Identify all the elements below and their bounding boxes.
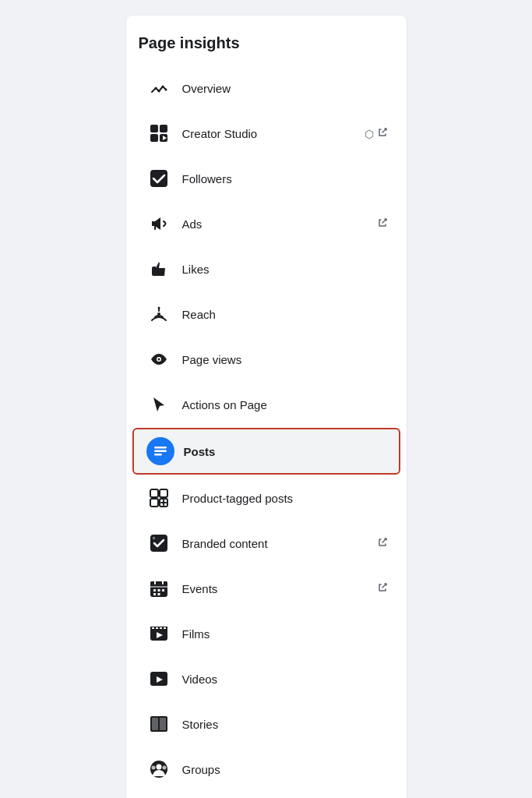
- sidebar-item-product-tagged-posts[interactable]: Product-tagged posts: [132, 476, 400, 520]
- groups-label: Groups: [182, 763, 388, 776]
- svg-rect-19: [150, 499, 158, 507]
- chart-line-icon: [145, 74, 173, 102]
- sidebar-item-groups[interactable]: Groups: [132, 747, 400, 791]
- video-grid-icon: [145, 119, 173, 147]
- thumbs-up-icon: [145, 255, 173, 283]
- posts-circle-icon: [146, 437, 174, 465]
- svg-rect-17: [150, 489, 158, 497]
- svg-rect-43: [152, 718, 158, 730]
- sidebar-item-people[interactable]: People: [132, 793, 400, 798]
- reach-label: Reach: [182, 308, 388, 321]
- ads-label: Ads: [182, 217, 377, 231]
- films-label: Films: [182, 627, 388, 641]
- svg-rect-5: [160, 125, 167, 132]
- product-tagged-posts-label: Product-tagged posts: [182, 492, 388, 505]
- page-insights-sidebar: Page insights Overview Creator Studio: [126, 16, 407, 798]
- videos-label: Videos: [182, 673, 388, 686]
- sidebar-item-stories[interactable]: Stories: [132, 702, 400, 746]
- posts-icon-bg: [146, 437, 174, 465]
- sidebar-item-events[interactable]: Events: [132, 567, 400, 610]
- sidebar-item-ads[interactable]: Ads: [132, 202, 400, 245]
- svg-rect-36: [156, 627, 158, 629]
- book-open-icon: [145, 710, 173, 738]
- check-badge-icon: [145, 529, 173, 557]
- eye-icon: [145, 345, 173, 373]
- sidebar-item-videos[interactable]: Videos: [132, 657, 400, 701]
- film-play-icon: [145, 620, 173, 648]
- branded-content-label: Branded content: [182, 537, 377, 550]
- external-link-icon: ⬡: [365, 127, 388, 140]
- svg-point-3: [164, 89, 167, 91]
- sidebar-item-reach[interactable]: Reach: [132, 292, 400, 336]
- svg-point-0: [154, 87, 157, 90]
- sidebar-item-actions-on-page[interactable]: Actions on Page: [132, 383, 400, 426]
- svg-rect-16: [154, 454, 162, 456]
- sidebar-title: Page insights: [126, 28, 407, 65]
- sidebar-item-creator-studio[interactable]: Creator Studio ⬡: [132, 111, 400, 155]
- checkmark-box-icon: [145, 164, 173, 192]
- posts-label: Posts: [184, 445, 386, 458]
- svg-point-48: [162, 766, 166, 770]
- svg-rect-24: [150, 581, 167, 587]
- people-circle-icon: [145, 755, 173, 783]
- svg-point-49: [151, 766, 155, 770]
- svg-rect-6: [150, 134, 158, 142]
- svg-rect-30: [157, 593, 160, 595]
- wifi-circle-icon: [145, 300, 173, 328]
- events-external-icon: [377, 582, 388, 595]
- calendar-grid-icon: [145, 574, 173, 602]
- svg-point-2: [161, 86, 164, 88]
- sidebar-item-films[interactable]: Films: [132, 612, 400, 655]
- svg-rect-37: [160, 627, 162, 629]
- svg-rect-28: [162, 589, 164, 591]
- creator-studio-label: Creator Studio: [182, 127, 365, 140]
- sidebar-item-likes[interactable]: Likes: [132, 247, 400, 291]
- sidebar-item-posts[interactable]: Posts: [132, 428, 400, 475]
- sidebar-item-followers[interactable]: Followers: [132, 157, 400, 200]
- svg-rect-44: [160, 718, 166, 730]
- overview-label: Overview: [182, 82, 388, 95]
- sidebar-item-branded-content[interactable]: Branded content: [132, 521, 400, 565]
- svg-rect-27: [157, 589, 160, 591]
- svg-rect-38: [164, 627, 166, 629]
- sidebar-item-overview[interactable]: Overview: [132, 66, 400, 110]
- svg-point-11: [157, 307, 160, 309]
- svg-point-13: [157, 358, 160, 361]
- svg-rect-29: [153, 593, 156, 595]
- svg-rect-15: [154, 450, 167, 453]
- actions-on-page-label: Actions on Page: [182, 398, 388, 411]
- cursor-icon: [145, 390, 173, 418]
- events-label: Events: [182, 582, 377, 595]
- svg-point-47: [156, 764, 161, 770]
- svg-point-1: [157, 90, 160, 93]
- svg-rect-18: [160, 489, 167, 497]
- video-play-icon: [145, 665, 173, 693]
- svg-rect-14: [154, 447, 167, 449]
- ads-external-icon: [377, 217, 388, 231]
- page-views-label: Page views: [182, 353, 388, 366]
- svg-rect-26: [153, 589, 156, 591]
- svg-rect-35: [152, 627, 154, 629]
- likes-label: Likes: [182, 263, 388, 276]
- megaphone-icon: [145, 210, 173, 238]
- branded-content-external-icon: [377, 537, 388, 550]
- svg-rect-22: [153, 537, 155, 539]
- stories-label: Stories: [182, 718, 388, 731]
- tag-grid-icon: [145, 484, 173, 512]
- followers-label: Followers: [182, 172, 388, 185]
- svg-rect-4: [150, 125, 158, 132]
- sidebar-item-page-views[interactable]: Page views: [132, 337, 400, 381]
